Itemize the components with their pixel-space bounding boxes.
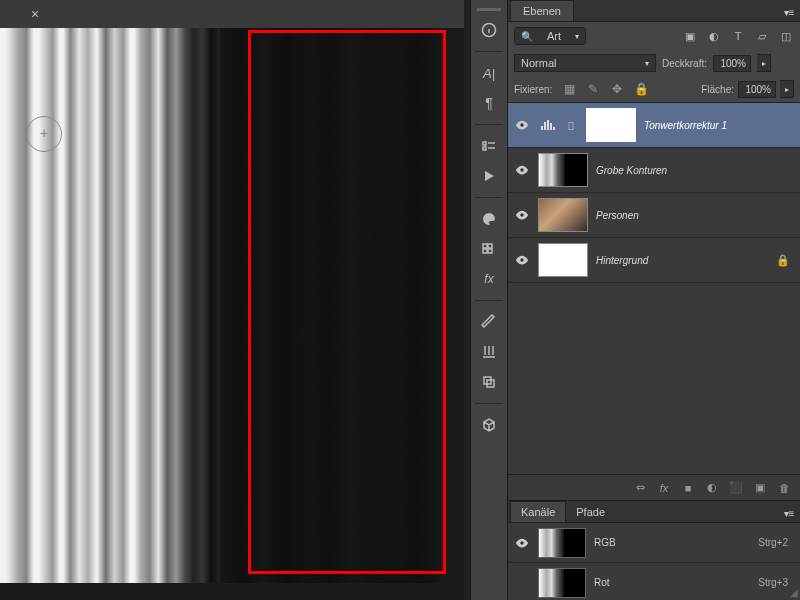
panel-menu-icon[interactable]: ▾≡ [780, 504, 798, 522]
panel-tab-bar: Ebenen ▾≡ [508, 0, 800, 22]
delete-layer-button[interactable]: 🗑 [776, 480, 792, 496]
filter-pixel-icon[interactable]: ▣ [682, 28, 698, 44]
close-icon[interactable]: × [28, 7, 42, 21]
filter-adjust-icon[interactable]: ◐ [706, 28, 722, 44]
fill-input[interactable]: 100% [738, 81, 776, 98]
document-canvas[interactable] [0, 28, 440, 583]
lock-indicator-icon: 🔒 [776, 254, 790, 267]
blend-mode-select[interactable]: Normal ▾ [514, 54, 656, 72]
layer-row[interactable]: Personen [508, 193, 800, 238]
layer-thumbnail[interactable] [538, 153, 588, 187]
opacity-stepper[interactable]: ▸ [757, 54, 771, 72]
add-mask-button[interactable]: ■ [680, 480, 696, 496]
visibility-toggle[interactable] [514, 117, 530, 133]
add-adjustment-button[interactable]: ◐ [704, 480, 720, 496]
brush-presets-panel-icon[interactable] [473, 339, 505, 365]
blend-mode-value: Normal [521, 57, 556, 69]
svg-point-12 [520, 258, 524, 262]
character-panel-icon[interactable]: A| [473, 60, 505, 86]
channel-row[interactable]: RGB Strg+2 [508, 523, 800, 563]
fill-stepper[interactable]: ▸ [780, 80, 794, 98]
brush-panel-icon[interactable] [473, 309, 505, 335]
channel-thumbnail[interactable] [538, 568, 586, 598]
visibility-toggle[interactable] [514, 252, 530, 268]
svg-rect-6 [488, 249, 492, 253]
lock-pixels-icon[interactable]: ✎ [584, 80, 602, 98]
visibility-toggle[interactable] [514, 535, 530, 551]
layer-row[interactable]: ⌷ Tonwertkorrektur 1 [508, 103, 800, 148]
layer-name[interactable]: Hintergrund [596, 255, 648, 266]
blend-mode-row: Normal ▾ Deckkraft: 100% ▸ [508, 50, 800, 76]
layer-fx-button[interactable]: fx [656, 480, 672, 496]
layer-name[interactable]: Personen [596, 210, 639, 221]
opacity-input[interactable]: 100% [713, 55, 751, 72]
chevron-down-icon: ▾ [645, 59, 649, 68]
tab-label: Kanäle [521, 506, 555, 518]
styles-panel-icon[interactable]: fx [473, 266, 505, 292]
channel-row[interactable]: Rot Strg+3 [508, 563, 800, 600]
layer-filter-row: 🔍 Art ▾ ▣ ◐ T ▱ ◫ [508, 22, 800, 50]
layer-row[interactable]: Grobe Konturen [508, 148, 800, 193]
new-group-button[interactable]: ⬛ [728, 480, 744, 496]
filter-label: Art [547, 30, 561, 42]
svg-point-10 [520, 168, 524, 172]
tab-paths[interactable]: Pfade [566, 502, 615, 522]
channel-name: RGB [594, 537, 616, 548]
svg-rect-1 [483, 142, 486, 145]
filter-smart-icon[interactable]: ◫ [778, 28, 794, 44]
chevron-down-icon: ▾ [575, 32, 579, 41]
layers-panel: Ebenen ▾≡ 🔍 Art ▾ ▣ ◐ T ▱ ◫ Normal ▾ Dec… [508, 0, 800, 600]
panel-menu-icon[interactable]: ▾≡ [780, 3, 798, 21]
layer-thumbnail[interactable] [538, 198, 588, 232]
svg-rect-2 [483, 147, 486, 150]
link-layers-button[interactable]: ⇔ [632, 480, 648, 496]
tab-layers[interactable]: Ebenen [510, 0, 574, 21]
lock-all-icon[interactable]: 🔒 [632, 80, 650, 98]
layer-mask-thumbnail[interactable] [586, 108, 636, 142]
layer-thumbnail[interactable] [538, 243, 588, 277]
channels-list: RGB Strg+2 Rot Strg+3 [508, 523, 800, 600]
filter-type-icon[interactable]: T [730, 28, 746, 44]
fill-label: Fläche: [701, 84, 734, 95]
visibility-toggle[interactable] [514, 575, 530, 591]
svg-rect-5 [483, 249, 487, 253]
opacity-label: Deckkraft: [662, 58, 707, 69]
svg-point-9 [520, 123, 524, 127]
new-layer-button[interactable]: ▣ [752, 480, 768, 496]
channel-shortcut: Strg+3 [758, 577, 788, 588]
channel-thumbnail[interactable] [538, 528, 586, 558]
tab-channels[interactable]: Kanäle [510, 501, 566, 522]
layer-row[interactable]: Hintergrund 🔒 [508, 238, 800, 283]
mask-link-icon[interactable]: ⌷ [568, 120, 578, 131]
lock-position-icon[interactable]: ✥ [608, 80, 626, 98]
3d-panel-icon[interactable] [473, 412, 505, 438]
resize-grip-icon[interactable]: ◢ [790, 587, 798, 598]
swatches-panel-icon[interactable] [473, 236, 505, 262]
svg-point-13 [520, 541, 524, 545]
layer-name[interactable]: Grobe Konturen [596, 165, 667, 176]
layer-name[interactable]: Tonwertkorrektur 1 [644, 120, 727, 131]
lock-transparency-icon[interactable]: ▦ [560, 80, 578, 98]
dock-grip-icon[interactable] [477, 8, 501, 11]
collapsed-panel-dock: A| ¶ fx [470, 0, 508, 600]
actions-panel-icon[interactable] [473, 133, 505, 159]
visibility-toggle[interactable] [514, 162, 530, 178]
lock-row: Fixieren: ▦ ✎ ✥ 🔒 Fläche: 100% ▸ [508, 76, 800, 102]
lock-label: Fixieren: [514, 84, 552, 95]
play-panel-icon[interactable] [473, 163, 505, 189]
color-panel-icon[interactable] [473, 206, 505, 232]
channels-panel: Kanäle Pfade ▾≡ RGB Strg+2 Rot Strg+3 [508, 500, 800, 600]
clone-source-panel-icon[interactable] [473, 369, 505, 395]
paragraph-panel-icon[interactable]: ¶ [473, 90, 505, 116]
document-tab-bar: × [0, 0, 464, 28]
layers-footer: ⇔ fx ■ ◐ ⬛ ▣ 🗑 [508, 474, 800, 500]
brush-cursor-icon [26, 116, 62, 152]
layers-empty-area [508, 326, 800, 474]
filter-shape-icon[interactable]: ▱ [754, 28, 770, 44]
canvas-area: × [0, 0, 464, 600]
filter-type-select[interactable]: 🔍 Art ▾ [514, 27, 586, 45]
info-panel-icon[interactable] [473, 17, 505, 43]
visibility-toggle[interactable] [514, 207, 530, 223]
layers-list: ⌷ Tonwertkorrektur 1 Grobe Konturen Pers… [508, 102, 800, 326]
channels-tab-bar: Kanäle Pfade ▾≡ [508, 501, 800, 523]
